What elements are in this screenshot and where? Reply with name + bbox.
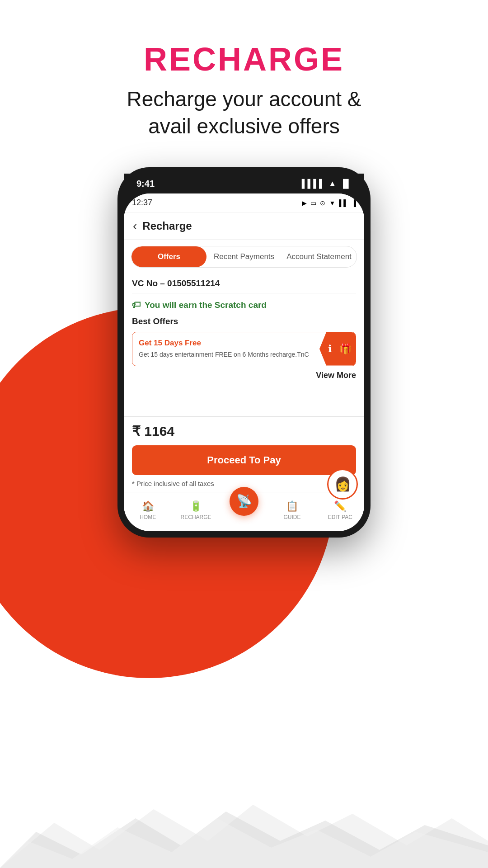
remote-symbol: 📡: [236, 494, 252, 509]
app-header: ‹ Recharge: [124, 212, 364, 240]
nav-home[interactable]: 🏠 HOME: [124, 500, 172, 520]
gift-icon[interactable]: 🎁: [339, 343, 352, 355]
phone-outer-frame: 9:41 ▌▌▌▌ ▲ ▐▌ 12:37 ▶ ▭ ⊙ ▼ ▌▌ ▐: [117, 167, 371, 538]
nav-home-label: HOME: [140, 514, 156, 520]
signal-inner-icon: ▌▌: [339, 199, 348, 207]
nav-edit-pac-label: EDIT PAC: [328, 514, 352, 520]
nav-guide-label: GUIDE: [283, 514, 300, 520]
tabs-bar: Offers Recent Payments Account Statement: [131, 246, 357, 268]
recharge-icon: 🔋: [190, 500, 202, 512]
app-status-icons: ▶ ▭ ⊙ ▼ ▌▌ ▐: [302, 199, 356, 207]
offer-card[interactable]: Get 15 Days Free Get 15 days entertainme…: [132, 332, 356, 366]
offer-card-content: Get 15 Days Free Get 15 days entertainme…: [132, 332, 319, 366]
tab-account-statement[interactable]: Account Statement: [282, 246, 357, 267]
chat-avatar: 👩: [327, 469, 358, 500]
offer-card-description: Get 15 days entertainment FREE on 6 Mont…: [139, 350, 313, 359]
chat-avatar-icon: 👩: [334, 476, 351, 492]
outer-status-bar: 9:41 ▌▌▌▌ ▲ ▐▌: [124, 174, 364, 193]
proceed-to-pay-button[interactable]: Proceed To Pay: [132, 445, 356, 475]
offer-card-actions: ℹ 🎁: [319, 332, 356, 366]
nav-recharge-label: RECHARGE: [181, 514, 211, 520]
home-icon: 🏠: [142, 500, 154, 512]
battery-inner-icon: ▐: [352, 199, 356, 207]
outer-status-icons: ▌▌▌▌ ▲ ▐▌: [302, 179, 352, 189]
outer-status-time: 9:41: [136, 179, 155, 189]
guide-icon: 📋: [286, 500, 298, 512]
offer-card-title: Get 15 Days Free: [139, 339, 313, 348]
promo-section: RECHARGE Recharge your account &avail ex…: [0, 0, 488, 140]
background-mountains: [0, 741, 488, 868]
app-status-time: 12:37: [132, 198, 152, 208]
content-area: VC No – 01505511214 🏷 You will earn the …: [124, 274, 364, 380]
nav-guide[interactable]: 📋 GUIDE: [268, 500, 316, 520]
price-amount: ₹ 1164: [132, 423, 356, 439]
battery-icon: ▐▌: [340, 179, 352, 189]
phone-screen: 12:37 ▶ ▭ ⊙ ▼ ▌▌ ▐ ‹ Recharge Offers Rec…: [124, 193, 364, 531]
page-title: Recharge: [142, 220, 192, 232]
tag-icon: 🏷: [132, 300, 141, 310]
vc-number: VC No – 01505511214: [132, 274, 356, 293]
phone-mockup: 9:41 ▌▌▌▌ ▲ ▐▌ 12:37 ▶ ▭ ⊙ ▼ ▌▌ ▐: [117, 167, 371, 538]
signal-bars-icon: ▌▌▌▌: [302, 179, 325, 189]
wifi-icon: ▲: [328, 179, 337, 189]
location-icon: ⊙: [320, 199, 325, 207]
media-icon: ▶: [302, 199, 307, 207]
back-button[interactable]: ‹: [133, 219, 137, 233]
nav-remote[interactable]: 📡: [220, 487, 268, 516]
scratch-card-label: You will earn the Scratch card: [145, 300, 267, 310]
nav-recharge[interactable]: 🔋 RECHARGE: [172, 500, 220, 520]
bottom-nav: 👩 🏠 HOME 🔋 RECHARGE 📡 📋: [124, 492, 364, 531]
sim-icon: ▭: [310, 199, 316, 207]
wifi-inner-icon: ▼: [329, 199, 335, 207]
chat-with-divya-button[interactable]: 👩: [327, 469, 358, 500]
price-section: ₹ 1164: [124, 416, 364, 445]
view-more-button[interactable]: View More: [132, 371, 356, 380]
info-icon[interactable]: ℹ: [328, 343, 332, 355]
tab-recent-payments[interactable]: Recent Payments: [206, 246, 282, 267]
edit-pac-icon: ✏️: [334, 500, 346, 512]
nav-edit-pac[interactable]: ✏️ EDIT PAC: [316, 500, 364, 520]
best-offers-label: Best Offers: [132, 316, 356, 326]
remote-icon: 📡: [230, 487, 258, 516]
scratch-card-banner: 🏷 You will earn the Scratch card: [132, 300, 356, 310]
app-status-bar: 12:37 ▶ ▭ ⊙ ▼ ▌▌ ▐: [124, 193, 364, 212]
tab-offers[interactable]: Offers: [131, 246, 206, 267]
promo-subtitle: Recharge your account &avail exclusive o…: [0, 86, 488, 140]
promo-title: RECHARGE: [0, 41, 488, 78]
